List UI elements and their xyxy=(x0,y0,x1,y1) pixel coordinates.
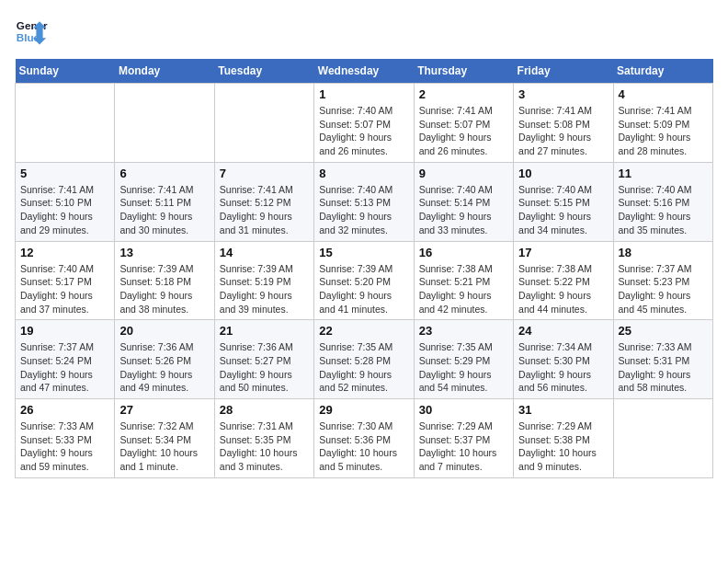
calendar-cell: 2Sunrise: 7:41 AM Sunset: 5:07 PM Daylig… xyxy=(414,84,513,163)
calendar-cell: 21Sunrise: 7:36 AM Sunset: 5:27 PM Dayli… xyxy=(214,320,313,399)
day-number: 18 xyxy=(619,246,708,259)
cell-info: Sunrise: 7:40 AM Sunset: 5:14 PM Dayligh… xyxy=(419,183,508,237)
calendar-cell: 8Sunrise: 7:40 AM Sunset: 5:13 PM Daylig… xyxy=(314,162,414,241)
cell-info: Sunrise: 7:29 AM Sunset: 5:38 PM Dayligh… xyxy=(518,419,608,474)
day-number: 22 xyxy=(319,324,408,338)
cell-info: Sunrise: 7:29 AM Sunset: 5:37 PM Dayligh… xyxy=(419,419,508,474)
cell-info: Sunrise: 7:34 AM Sunset: 5:30 PM Dayligh… xyxy=(518,340,608,395)
weekday-header: Thursday xyxy=(414,59,513,84)
day-number: 11 xyxy=(619,167,708,180)
logo: General Blue xyxy=(15,15,48,48)
calendar-cell: 7Sunrise: 7:41 AM Sunset: 5:12 PM Daylig… xyxy=(214,162,313,241)
day-number: 1 xyxy=(319,87,408,101)
day-number: 26 xyxy=(20,403,109,417)
day-number: 2 xyxy=(419,87,508,101)
cell-info: Sunrise: 7:40 AM Sunset: 5:07 PM Dayligh… xyxy=(319,104,408,158)
cell-info: Sunrise: 7:40 AM Sunset: 5:17 PM Dayligh… xyxy=(20,262,109,316)
calendar-cell: 26Sunrise: 7:33 AM Sunset: 5:33 PM Dayli… xyxy=(16,399,115,478)
calendar-cell: 24Sunrise: 7:34 AM Sunset: 5:30 PM Dayli… xyxy=(514,320,613,399)
day-number: 31 xyxy=(518,403,608,417)
calendar-cell: 16Sunrise: 7:38 AM Sunset: 5:21 PM Dayli… xyxy=(414,241,513,320)
calendar-cell: 4Sunrise: 7:41 AM Sunset: 5:09 PM Daylig… xyxy=(613,84,712,163)
calendar-cell: 31Sunrise: 7:29 AM Sunset: 5:38 PM Dayli… xyxy=(514,399,613,478)
cell-info: Sunrise: 7:38 AM Sunset: 5:22 PM Dayligh… xyxy=(518,262,608,316)
day-number: 30 xyxy=(419,403,508,417)
weekday-header: Saturday xyxy=(613,59,712,84)
cell-info: Sunrise: 7:39 AM Sunset: 5:20 PM Dayligh… xyxy=(319,262,408,316)
cell-info: Sunrise: 7:36 AM Sunset: 5:27 PM Dayligh… xyxy=(220,340,309,395)
calendar-cell: 14Sunrise: 7:39 AM Sunset: 5:19 PM Dayli… xyxy=(214,241,313,320)
cell-info: Sunrise: 7:35 AM Sunset: 5:28 PM Dayligh… xyxy=(319,340,408,395)
calendar-cell: 9Sunrise: 7:40 AM Sunset: 5:14 PM Daylig… xyxy=(414,162,513,241)
calendar-cell xyxy=(115,84,214,163)
weekday-header: Tuesday xyxy=(214,59,313,84)
day-number: 23 xyxy=(419,324,508,338)
cell-info: Sunrise: 7:33 AM Sunset: 5:33 PM Dayligh… xyxy=(20,419,109,474)
calendar-cell xyxy=(613,399,712,478)
day-number: 14 xyxy=(220,246,309,259)
calendar-cell: 22Sunrise: 7:35 AM Sunset: 5:28 PM Dayli… xyxy=(314,320,414,399)
day-number: 21 xyxy=(220,324,309,338)
cell-info: Sunrise: 7:31 AM Sunset: 5:35 PM Dayligh… xyxy=(220,419,309,474)
calendar-table: SundayMondayTuesdayWednesdayThursdayFrid… xyxy=(15,59,713,478)
calendar-cell xyxy=(214,84,313,163)
calendar-cell: 19Sunrise: 7:37 AM Sunset: 5:24 PM Dayli… xyxy=(16,320,115,399)
calendar-cell: 12Sunrise: 7:40 AM Sunset: 5:17 PM Dayli… xyxy=(16,241,115,320)
header: General Blue xyxy=(15,15,713,48)
day-number: 19 xyxy=(20,324,109,338)
calendar-cell: 28Sunrise: 7:31 AM Sunset: 5:35 PM Dayli… xyxy=(214,399,313,478)
calendar-cell: 25Sunrise: 7:33 AM Sunset: 5:31 PM Dayli… xyxy=(613,320,712,399)
calendar-cell: 13Sunrise: 7:39 AM Sunset: 5:18 PM Dayli… xyxy=(115,241,214,320)
cell-info: Sunrise: 7:39 AM Sunset: 5:18 PM Dayligh… xyxy=(119,262,209,316)
calendar-cell: 3Sunrise: 7:41 AM Sunset: 5:08 PM Daylig… xyxy=(514,84,613,163)
day-number: 12 xyxy=(20,246,109,259)
cell-info: Sunrise: 7:30 AM Sunset: 5:36 PM Dayligh… xyxy=(319,419,408,474)
day-number: 25 xyxy=(619,324,708,338)
calendar-cell: 20Sunrise: 7:36 AM Sunset: 5:26 PM Dayli… xyxy=(115,320,214,399)
day-number: 27 xyxy=(119,403,209,417)
cell-info: Sunrise: 7:41 AM Sunset: 5:10 PM Dayligh… xyxy=(20,183,109,237)
calendar-cell: 10Sunrise: 7:40 AM Sunset: 5:15 PM Dayli… xyxy=(514,162,613,241)
cell-info: Sunrise: 7:40 AM Sunset: 5:13 PM Dayligh… xyxy=(319,183,408,237)
cell-info: Sunrise: 7:32 AM Sunset: 5:34 PM Dayligh… xyxy=(119,419,209,474)
calendar-cell: 6Sunrise: 7:41 AM Sunset: 5:11 PM Daylig… xyxy=(115,162,214,241)
day-number: 6 xyxy=(119,167,209,180)
day-number: 8 xyxy=(319,167,408,180)
day-number: 10 xyxy=(518,167,608,180)
cell-info: Sunrise: 7:40 AM Sunset: 5:15 PM Dayligh… xyxy=(518,183,608,237)
day-number: 7 xyxy=(220,167,309,180)
calendar-cell: 15Sunrise: 7:39 AM Sunset: 5:20 PM Dayli… xyxy=(314,241,414,320)
calendar-cell: 5Sunrise: 7:41 AM Sunset: 5:10 PM Daylig… xyxy=(16,162,115,241)
cell-info: Sunrise: 7:38 AM Sunset: 5:21 PM Dayligh… xyxy=(419,262,508,316)
calendar-cell: 1Sunrise: 7:40 AM Sunset: 5:07 PM Daylig… xyxy=(314,84,414,163)
cell-info: Sunrise: 7:37 AM Sunset: 5:23 PM Dayligh… xyxy=(619,262,708,316)
calendar-cell: 17Sunrise: 7:38 AM Sunset: 5:22 PM Dayli… xyxy=(514,241,613,320)
calendar-cell: 30Sunrise: 7:29 AM Sunset: 5:37 PM Dayli… xyxy=(414,399,513,478)
day-number: 4 xyxy=(619,87,708,101)
day-number: 13 xyxy=(119,246,209,259)
day-number: 16 xyxy=(419,246,508,259)
day-number: 9 xyxy=(419,167,508,180)
cell-info: Sunrise: 7:33 AM Sunset: 5:31 PM Dayligh… xyxy=(619,340,708,395)
weekday-header: Wednesday xyxy=(314,59,414,84)
day-number: 20 xyxy=(119,324,209,338)
calendar-cell: 11Sunrise: 7:40 AM Sunset: 5:16 PM Dayli… xyxy=(613,162,712,241)
cell-info: Sunrise: 7:41 AM Sunset: 5:11 PM Dayligh… xyxy=(119,183,209,237)
calendar-cell: 18Sunrise: 7:37 AM Sunset: 5:23 PM Dayli… xyxy=(613,241,712,320)
cell-info: Sunrise: 7:39 AM Sunset: 5:19 PM Dayligh… xyxy=(220,262,309,316)
cell-info: Sunrise: 7:41 AM Sunset: 5:12 PM Dayligh… xyxy=(220,183,309,237)
cell-info: Sunrise: 7:41 AM Sunset: 5:08 PM Dayligh… xyxy=(518,104,608,158)
calendar-cell: 23Sunrise: 7:35 AM Sunset: 5:29 PM Dayli… xyxy=(414,320,513,399)
day-number: 24 xyxy=(518,324,608,338)
day-number: 5 xyxy=(20,167,109,180)
day-number: 15 xyxy=(319,246,408,259)
cell-info: Sunrise: 7:41 AM Sunset: 5:07 PM Dayligh… xyxy=(419,104,508,158)
day-number: 29 xyxy=(319,403,408,417)
day-number: 28 xyxy=(220,403,309,417)
weekday-header: Friday xyxy=(514,59,613,84)
calendar-cell: 27Sunrise: 7:32 AM Sunset: 5:34 PM Dayli… xyxy=(115,399,214,478)
weekday-header: Monday xyxy=(115,59,214,84)
weekday-header: Sunday xyxy=(16,59,115,84)
cell-info: Sunrise: 7:41 AM Sunset: 5:09 PM Dayligh… xyxy=(619,104,708,158)
cell-info: Sunrise: 7:36 AM Sunset: 5:26 PM Dayligh… xyxy=(119,340,209,395)
